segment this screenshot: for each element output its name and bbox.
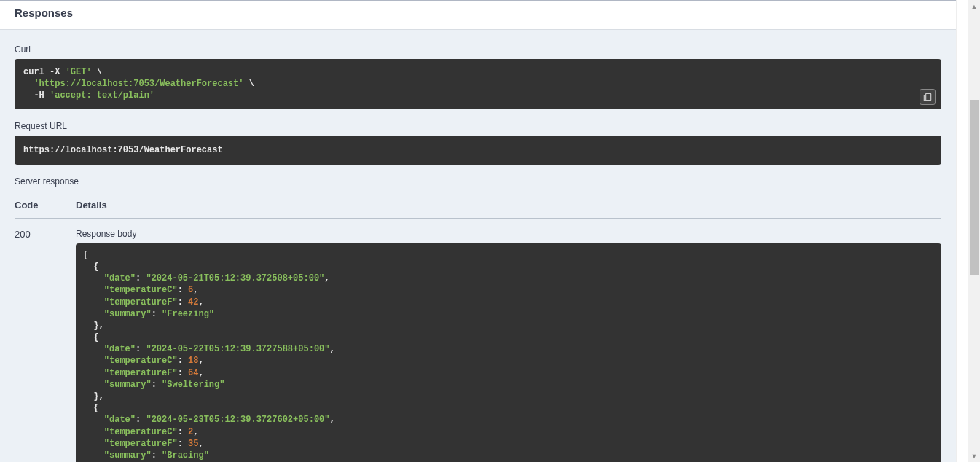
curl-method: 'GET' xyxy=(66,67,92,77)
server-response-label: Server response xyxy=(15,176,941,187)
curl-flag-h: -H xyxy=(34,90,44,101)
response-body-wrap: [ { "date": "2024-05-21T05:12:39.372508+… xyxy=(76,243,941,462)
curl-label: Curl xyxy=(15,44,941,55)
curl-line-cont-1: \ xyxy=(97,67,102,77)
table-row: 200 Response body [ { "date": "2024-05-2… xyxy=(15,219,941,462)
responses-header: Responses xyxy=(0,1,956,30)
col-header-code: Code xyxy=(15,200,76,211)
response-code: 200 xyxy=(15,229,76,240)
response-details: Response body [ { "date": "2024-05-21T05… xyxy=(76,229,941,462)
request-url-block: https://localhost:7053/WeatherForecast xyxy=(15,136,941,165)
response-table-head: Code Details xyxy=(15,194,941,219)
curl-url: 'https://localhost:7053/WeatherForecast' xyxy=(34,79,243,89)
request-url-value: https://localhost:7053/WeatherForecast xyxy=(23,145,223,155)
scrollable-content[interactable]: Responses Curl curl -X 'GET' \ 'https://… xyxy=(0,1,956,462)
response-body-block[interactable]: [ { "date": "2024-05-21T05:12:39.372508+… xyxy=(76,243,941,462)
scroll-track[interactable] xyxy=(968,12,980,450)
scroll-thumb[interactable] xyxy=(970,100,979,275)
response-table: Code Details 200 Response body [ { "date… xyxy=(15,194,941,462)
curl-flag-x: -X xyxy=(50,67,60,77)
curl-keyword: curl xyxy=(23,67,44,77)
inner-scrollbar-gutter xyxy=(956,0,968,462)
curl-line-cont-2: \ xyxy=(249,79,254,89)
scroll-down-arrow[interactable]: ▼ xyxy=(968,450,980,462)
svg-rect-0 xyxy=(926,93,931,100)
curl-block: curl -X 'GET' \ 'https://localhost:7053/… xyxy=(15,59,941,109)
request-url-label: Request URL xyxy=(15,121,941,131)
response-body-label: Response body xyxy=(76,229,941,239)
curl-header: 'accept: text/plain' xyxy=(50,90,154,101)
responses-panel: Curl curl -X 'GET' \ 'https://localhost:… xyxy=(0,30,956,462)
outer-scrollbar[interactable]: ▲ ▼ xyxy=(968,0,980,462)
clipboard-icon xyxy=(922,92,933,102)
main-content: Responses Curl curl -X 'GET' \ 'https://… xyxy=(0,0,956,462)
scroll-up-arrow[interactable]: ▲ xyxy=(968,0,980,12)
responses-title: Responses xyxy=(15,7,941,19)
col-header-details: Details xyxy=(76,200,941,211)
viewport: Responses Curl curl -X 'GET' \ 'https://… xyxy=(0,0,980,462)
copy-curl-button[interactable] xyxy=(920,89,936,105)
